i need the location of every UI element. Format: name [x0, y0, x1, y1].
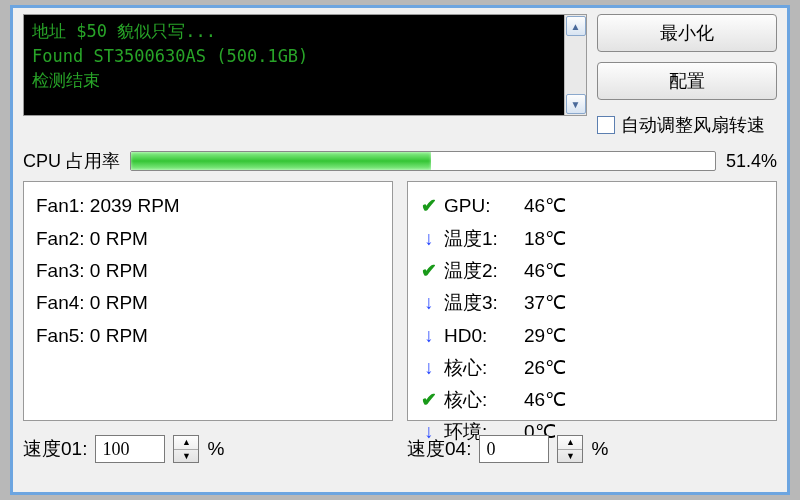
cpu-usage-label: CPU 占用率 — [23, 149, 120, 173]
sensor-panel: ✔GPU:46℃↓温度1:18℃✔温度2:46℃↓温度3:37℃↓HD0:29℃… — [407, 181, 777, 421]
fan-panel: Fan1: 2039 RPMFan2: 0 RPMFan3: 0 RPMFan4… — [23, 181, 393, 421]
sensor-value: 46℃ — [524, 255, 566, 287]
fan-line: Fan5: 0 RPM — [36, 320, 380, 352]
check-icon: ✔ — [420, 384, 438, 416]
speed-row: 速度01: ▲▼ % 速度04: ▲▼ % — [23, 435, 777, 463]
sensor-value: 29℃ — [524, 320, 566, 352]
sensor-value: 37℃ — [524, 287, 566, 319]
sensor-line: ↓温度1:18℃ — [420, 223, 764, 255]
arrow-down-icon: ↓ — [420, 223, 438, 255]
console-line: 检测结束 — [32, 70, 100, 90]
fan-line: Fan4: 0 RPM — [36, 287, 380, 319]
config-button[interactable]: 配置 — [597, 62, 777, 100]
sensor-label: 温度1: — [444, 223, 518, 255]
spin-down-icon[interactable]: ▼ — [558, 450, 582, 463]
spin-up-icon[interactable]: ▲ — [558, 436, 582, 450]
top-row: 地址 $50 貌似只写... Found ST3500630AS (500.1G… — [23, 14, 777, 137]
sensor-line: ✔GPU:46℃ — [420, 190, 764, 222]
sensor-value: 18℃ — [524, 223, 566, 255]
cpu-usage-bar — [130, 151, 716, 171]
console-line: 地址 $50 貌似只写... — [32, 21, 216, 41]
speed-04-unit: % — [591, 438, 608, 460]
speed-04-input[interactable] — [479, 435, 549, 463]
speed-01-label: 速度01: — [23, 436, 87, 462]
speed-01-spinner[interactable]: ▲▼ — [173, 435, 199, 463]
check-icon: ✔ — [420, 255, 438, 287]
sensor-value: 46℃ — [524, 190, 566, 222]
sensor-value: 26℃ — [524, 352, 566, 384]
speed-01-unit: % — [207, 438, 224, 460]
scroll-up-button[interactable]: ▲ — [566, 16, 586, 36]
cpu-usage-row: CPU 占用率 51.4% — [23, 149, 777, 173]
speed-04-group: 速度04: ▲▼ % — [407, 435, 777, 463]
auto-fan-row: 自动调整风扇转速 — [597, 114, 777, 137]
arrow-down-icon: ↓ — [420, 320, 438, 352]
sensor-line: ↓温度3:37℃ — [420, 287, 764, 319]
side-column: 最小化 配置 自动调整风扇转速 — [597, 14, 777, 137]
fan-line: Fan1: 2039 RPM — [36, 190, 380, 222]
sensor-line: ↓HD0:29℃ — [420, 320, 764, 352]
sensor-line: ✔温度2:46℃ — [420, 255, 764, 287]
speed-01-group: 速度01: ▲▼ % — [23, 435, 393, 463]
app-window: 地址 $50 貌似只写... Found ST3500630AS (500.1G… — [10, 5, 790, 495]
speed-01-input[interactable] — [95, 435, 165, 463]
minimize-button[interactable]: 最小化 — [597, 14, 777, 52]
sensor-label: GPU: — [444, 190, 518, 222]
console-line: Found ST3500630AS (500.1GB) — [32, 46, 308, 66]
spin-down-icon[interactable]: ▼ — [174, 450, 198, 463]
fan-line: Fan3: 0 RPM — [36, 255, 380, 287]
sensor-line: ↓核心:26℃ — [420, 352, 764, 384]
speed-04-label: 速度04: — [407, 436, 471, 462]
arrow-down-icon: ↓ — [420, 287, 438, 319]
auto-fan-checkbox[interactable] — [597, 116, 615, 134]
check-icon: ✔ — [420, 190, 438, 222]
sensor-line: ✔核心:46℃ — [420, 384, 764, 416]
sensor-label: HD0: — [444, 320, 518, 352]
sensor-label: 温度3: — [444, 287, 518, 319]
arrow-down-icon: ↓ — [420, 352, 438, 384]
sensor-label: 核心: — [444, 352, 518, 384]
auto-fan-label: 自动调整风扇转速 — [621, 114, 765, 137]
log-console: 地址 $50 貌似只写... Found ST3500630AS (500.1G… — [24, 15, 564, 115]
panels-row: Fan1: 2039 RPMFan2: 0 RPMFan3: 0 RPMFan4… — [23, 181, 777, 421]
cpu-usage-fill — [131, 152, 431, 170]
console-scrollbar[interactable]: ▲ ▼ — [564, 15, 586, 115]
fan-line: Fan2: 0 RPM — [36, 223, 380, 255]
speed-04-spinner[interactable]: ▲▼ — [557, 435, 583, 463]
sensor-label: 核心: — [444, 384, 518, 416]
scroll-down-button[interactable]: ▼ — [566, 94, 586, 114]
sensor-value: 46℃ — [524, 384, 566, 416]
sensor-label: 温度2: — [444, 255, 518, 287]
console-wrap: 地址 $50 貌似只写... Found ST3500630AS (500.1G… — [23, 14, 587, 116]
spin-up-icon[interactable]: ▲ — [174, 436, 198, 450]
cpu-usage-value: 51.4% — [726, 151, 777, 172]
